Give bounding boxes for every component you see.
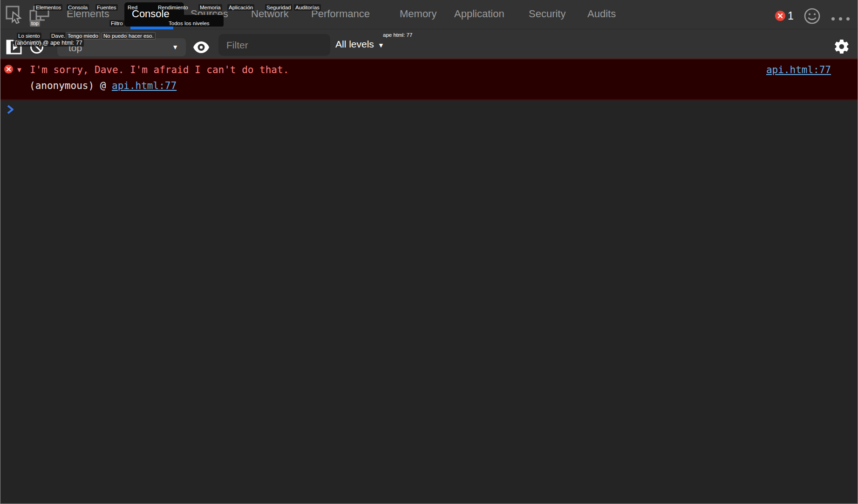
devtools-tab-bar: Elements Console Sources Network Perform… bbox=[0, 0, 858, 29]
overlay-chip: Seguridad bbox=[265, 4, 292, 11]
error-count[interactable]: 1 bbox=[788, 10, 794, 22]
active-tab-underline bbox=[130, 27, 173, 29]
console-toolbar: top ▼ Lo siento Dave. Tengo miedo No pue… bbox=[0, 29, 858, 59]
inspect-element-icon[interactable] bbox=[5, 5, 23, 26]
overlay-chip-anonymous: (anónimo) @ ape html: 77 bbox=[14, 39, 84, 47]
chevron-down-icon: ▼ bbox=[172, 43, 178, 51]
stack-caller-text: (anonymous) @ bbox=[29, 80, 112, 91]
settings-gear-icon[interactable] bbox=[833, 38, 850, 57]
overlay-chip-levels: Todos los niveles bbox=[167, 20, 211, 27]
console-prompt-chevron-icon bbox=[7, 104, 15, 116]
error-circle-icon bbox=[4, 65, 13, 75]
stack-trace-line: (anonymous) @ api.html:77 bbox=[29, 80, 177, 91]
console-body[interactable] bbox=[0, 100, 858, 504]
console-error-message-row: ▼ I'm sorry, Dave. I'm afraid I can't do… bbox=[0, 59, 858, 100]
tab-audits[interactable]: Audits bbox=[587, 8, 616, 20]
devtools-window: { "tab_bar": { "tabs": ["Elements", "Con… bbox=[0, 0, 858, 504]
overlay-chip-source: ape html: 77 bbox=[381, 32, 414, 38]
overlay-chip-filtro: Filtro bbox=[109, 20, 124, 27]
tab-security[interactable]: Security bbox=[529, 8, 565, 20]
overlay-chip: Auditorías bbox=[294, 4, 321, 11]
tab-application[interactable]: Application bbox=[454, 8, 504, 20]
overlay-chip: Lo siento bbox=[17, 33, 41, 39]
overlay-chip: Red bbox=[126, 4, 139, 11]
overlay-chip: Consola bbox=[67, 4, 89, 11]
stack-source-link[interactable]: api.html:77 bbox=[112, 80, 177, 91]
overlay-chip-top: top bbox=[30, 20, 40, 27]
overlay-chip: Dave. bbox=[50, 33, 67, 39]
tab-memory[interactable]: Memory bbox=[400, 8, 436, 20]
overlay-chip: Elementos bbox=[34, 4, 62, 11]
overlay-chip: Tengo miedo bbox=[66, 32, 100, 40]
overlay-chip: Fuentes bbox=[95, 4, 118, 11]
overlay-chip: hacer eso. bbox=[127, 32, 156, 40]
error-source-link[interactable]: api.html:77 bbox=[766, 64, 831, 75]
chevron-down-icon: ▼ bbox=[378, 41, 384, 49]
overlay-chip: Aplicación bbox=[227, 4, 254, 11]
log-level-dropdown[interactable]: All levels▼ bbox=[335, 39, 384, 50]
error-count-badge-icon[interactable] bbox=[775, 11, 785, 23]
feedback-smiley-icon[interactable] bbox=[804, 7, 821, 27]
overflow-menu-icon[interactable] bbox=[831, 14, 854, 22]
overlay-chip: Memoria bbox=[198, 4, 222, 11]
overlay-chip: Rendimiento bbox=[157, 4, 190, 11]
eye-icon[interactable] bbox=[193, 41, 210, 55]
disclosure-triangle-icon[interactable]: ▼ bbox=[16, 66, 23, 74]
log-level-label: All levels bbox=[335, 39, 374, 49]
overlay-chip: No puedo bbox=[102, 32, 129, 40]
error-message-text: I'm sorry, Dave. I'm afraid I can't do t… bbox=[30, 64, 289, 75]
filter-input[interactable] bbox=[218, 34, 330, 56]
